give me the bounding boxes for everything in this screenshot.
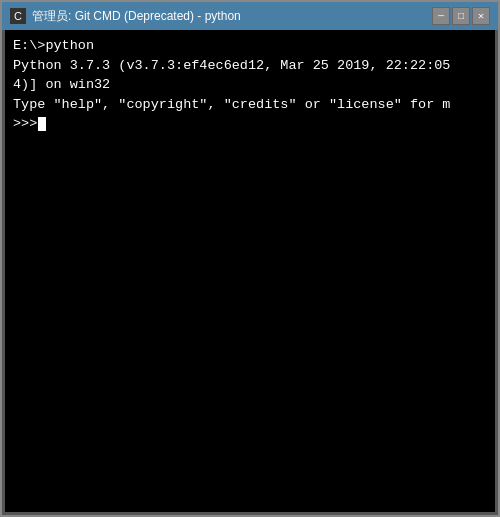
- terminal-prompt: >>>: [13, 114, 37, 134]
- terminal[interactable]: E:\>python Python 3.7.3 (v3.7.3:ef4ec6ed…: [2, 30, 498, 515]
- terminal-prompt-line: >>>: [13, 114, 487, 134]
- title-bar-text: C 管理员: Git CMD (Deprecated) - python: [10, 8, 241, 25]
- close-button[interactable]: ✕: [472, 7, 490, 25]
- terminal-line-1: E:\>python: [13, 36, 487, 56]
- terminal-line-3: 4)] on win32: [13, 75, 487, 95]
- maximize-button[interactable]: □: [452, 7, 470, 25]
- window: C 管理员: Git CMD (Deprecated) - python ─ □…: [0, 0, 500, 517]
- minimize-button[interactable]: ─: [432, 7, 450, 25]
- window-title: 管理员: Git CMD (Deprecated) - python: [32, 8, 241, 25]
- app-icon: C: [10, 8, 26, 24]
- terminal-line-4: Type "help", "copyright", "credits" or "…: [13, 95, 487, 115]
- terminal-line-2: Python 3.7.3 (v3.7.3:ef4ec6ed12, Mar 25 …: [13, 56, 487, 76]
- terminal-cursor: [38, 117, 46, 131]
- title-bar-controls: ─ □ ✕: [432, 7, 490, 25]
- title-bar: C 管理员: Git CMD (Deprecated) - python ─ □…: [2, 2, 498, 30]
